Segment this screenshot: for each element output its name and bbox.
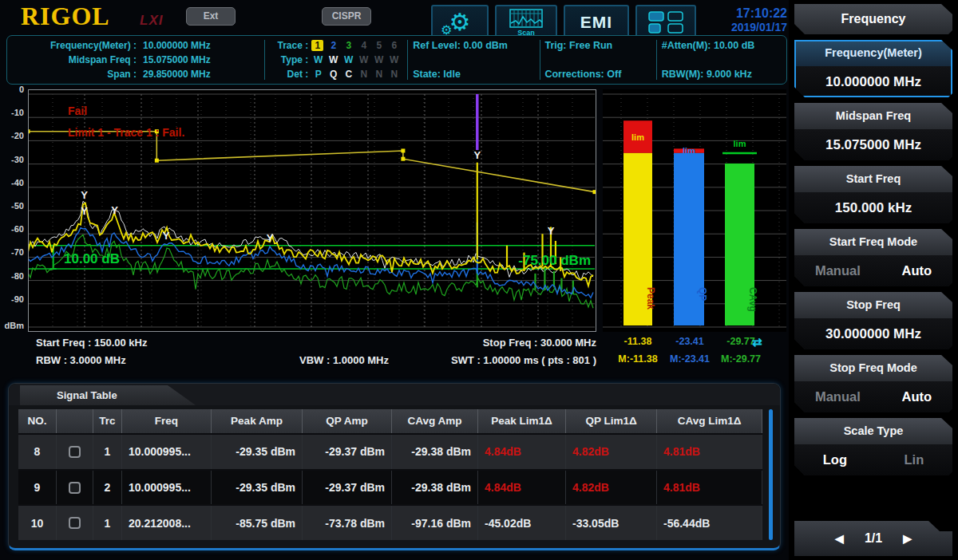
softkey-start-freq[interactable]: Start Freq 150.000 kHz xyxy=(794,166,952,223)
option-manual[interactable]: Manual xyxy=(815,389,861,404)
peak-amp-cell: -29.35 dBm xyxy=(212,435,303,469)
ext-trigger-button[interactable]: Ext xyxy=(186,7,236,26)
softkey-sidebar: Frequency Frequency(Meter) 10.000000 MHz… xyxy=(789,0,958,560)
softkey-stop-freq-mode[interactable]: Stop Freq Mode Manual Auto xyxy=(794,355,952,412)
status-row: Midspan Freq :15.075000 MHz xyxy=(10,53,259,67)
cispr-button[interactable]: CISPR xyxy=(322,7,371,26)
frequency-status-column: Frequency(Meter) :10.000000 MHzMidspan F… xyxy=(7,36,263,84)
column-header: Peak Lim1Δ xyxy=(478,409,566,433)
table-scrollbar-thumb[interactable] xyxy=(769,409,773,540)
column-header: Freq xyxy=(122,409,212,433)
meter-swap-icon[interactable]: ⇄ xyxy=(752,335,762,349)
checkbox-cell xyxy=(57,506,93,540)
status-readout: Corrections: Off xyxy=(544,67,651,81)
type-row: Type :WWWWWW xyxy=(270,53,402,67)
status-readout: Ref Level: 0.00 dBm xyxy=(413,38,534,53)
table-row[interactable]: 8110.000995...-29.35 dBm-29.37 dBm-29.38… xyxy=(18,433,762,469)
softkey-frequency-meter[interactable]: Frequency(Meter) 10.000000 MHz xyxy=(794,40,952,97)
option-lin[interactable]: Lin xyxy=(905,452,924,467)
trace-cell: 1 xyxy=(93,435,122,469)
signal-table-tab[interactable]: Signal Table xyxy=(20,385,196,405)
trace-cell: 2 xyxy=(93,471,122,505)
delta-annotation: 10.00 dB xyxy=(64,251,120,266)
table-row[interactable]: 9210.000995...-29.35 dBm-29.37 dBm-29.38… xyxy=(18,469,762,505)
peak-marker-icon: Y xyxy=(81,205,88,217)
freq-cell: 10.000995... xyxy=(122,471,212,505)
checkbox-cell xyxy=(57,471,93,505)
window-layout-icon xyxy=(647,10,684,34)
meter-max-value: M:-11.38 xyxy=(609,353,667,365)
row-number: 10 xyxy=(18,506,57,540)
row-number: 9 xyxy=(18,471,57,505)
softkey-label: Frequency(Meter) xyxy=(794,40,952,66)
y-axis-tick: -80 xyxy=(0,271,24,281)
column-header: Trc xyxy=(93,409,122,433)
peak-amp-cell: -29.35 dBm xyxy=(212,471,303,505)
softkey-start-freq-mode[interactable]: Start Freq Mode Manual Auto xyxy=(794,229,952,286)
y-axis-tick: -30 xyxy=(0,155,24,164)
status-readout: RBW(M): 9.000 kHz xyxy=(662,67,783,81)
option-auto[interactable]: Auto xyxy=(902,263,932,278)
prev-page-arrow[interactable]: ◀ xyxy=(835,532,844,545)
column-header: NO. xyxy=(18,409,57,433)
option-log[interactable]: Log xyxy=(823,452,847,467)
softkey-label: Stop Freq xyxy=(794,292,952,318)
y-axis-tick: -40 xyxy=(0,178,24,187)
table-row[interactable]: 10120.212008...-85.75 dBm-73.78 dBm-97.1… xyxy=(18,504,762,540)
freq-cell: 20.212008... xyxy=(122,506,212,540)
lim-label: lim xyxy=(683,146,695,156)
limit-delta-cell: 4.81dB xyxy=(657,435,762,469)
trace-cell: 1 xyxy=(93,506,122,540)
limit-delta-cell: 4.82dB xyxy=(566,471,657,505)
y-axis-labels: 0-10-20-30-40-50-60-70-80-90dBm xyxy=(0,85,26,332)
meter-max-value: M:-29.77 xyxy=(712,353,770,365)
sweep-info: Start Freq : 150.00 kHz Stop Freq : 30.0… xyxy=(28,335,596,372)
softkey-value: 150.000 kHz xyxy=(794,192,952,223)
softkey-label: Start Freq Mode xyxy=(794,229,952,255)
swt-readout: SWT : 1.00000 ms ( pts : 801 ) xyxy=(451,354,596,366)
row-checkbox[interactable] xyxy=(69,517,81,529)
meter-max-values-row: M:-11.38M:-23.41M:-29.77 xyxy=(603,353,786,368)
peak-marker-icon: Y xyxy=(267,232,274,244)
y-axis-tick: -70 xyxy=(0,247,24,257)
row-checkbox[interactable] xyxy=(69,482,81,494)
softkey-label: Midspan Freq xyxy=(794,103,952,129)
softkey-label: Scale Type xyxy=(794,418,952,444)
softkey-midspan-freq[interactable]: Midspan Freq 15.075000 MHz xyxy=(794,103,952,160)
spectrum-plot[interactable]: YYYYYYYFailLimit 1 - Trace 1 : Fail.10.0… xyxy=(28,89,596,332)
level-status-column: Ref Level: 0.00 dBmState: Idle xyxy=(410,36,537,84)
status-strip: Frequency(Meter) :10.000000 MHzMidspan F… xyxy=(6,35,787,85)
softkey-scale-type[interactable]: Scale Type Log Lin xyxy=(794,418,952,475)
lxi-logo: LXI xyxy=(140,13,163,29)
table-scrollbar[interactable] xyxy=(769,409,773,540)
vbw-readout: VBW : 1.0000 MHz xyxy=(299,354,389,366)
softkey-stop-freq[interactable]: Stop Freq 30.000000 MHz xyxy=(794,292,952,349)
emi-button-label: EMI xyxy=(580,13,612,32)
scan-icon xyxy=(509,9,543,28)
y-axis-tick: -10 xyxy=(0,108,24,117)
softkey-value: 15.075000 MHz xyxy=(794,129,952,160)
option-auto[interactable]: Auto xyxy=(902,389,932,404)
peak-marker-icon: Y xyxy=(81,189,88,201)
peak-marker-icon: Y xyxy=(548,225,555,237)
status-readout: #Atten(M): 10.00 dB xyxy=(662,38,783,53)
rbw-readout: RBW : 3.0000 MHz xyxy=(36,354,126,366)
softkey-value: 30.000000 MHz xyxy=(794,318,952,349)
column-header: Peak Amp xyxy=(212,409,303,433)
trigger-status-column: Trig: Free RunCorrections: Off xyxy=(541,36,654,84)
row-checkbox[interactable] xyxy=(69,446,81,458)
y-axis-tick: -60 xyxy=(0,224,24,234)
next-page-arrow[interactable]: ▶ xyxy=(903,532,912,545)
limit-delta-cell: -33.05dB xyxy=(566,506,657,540)
column-header: CAvg Amp xyxy=(392,409,478,433)
column-header xyxy=(57,409,93,433)
status-readout: State: Idle xyxy=(413,67,534,81)
cavg-amp-cell: -29.38 dBm xyxy=(392,471,478,505)
gear-icon: ⚙ xyxy=(449,10,471,34)
limit-delta-cell: 4.84dB xyxy=(478,471,566,505)
option-manual[interactable]: Manual xyxy=(815,263,861,278)
softkey-label: Stop Freq Mode xyxy=(794,355,952,381)
peak-marker-icon: Y xyxy=(111,204,118,216)
trace-status-column: Trace :123456Type :WWWWWWDet :PQCNNN xyxy=(267,36,406,84)
rigol-logo: RIGOL xyxy=(21,2,110,31)
